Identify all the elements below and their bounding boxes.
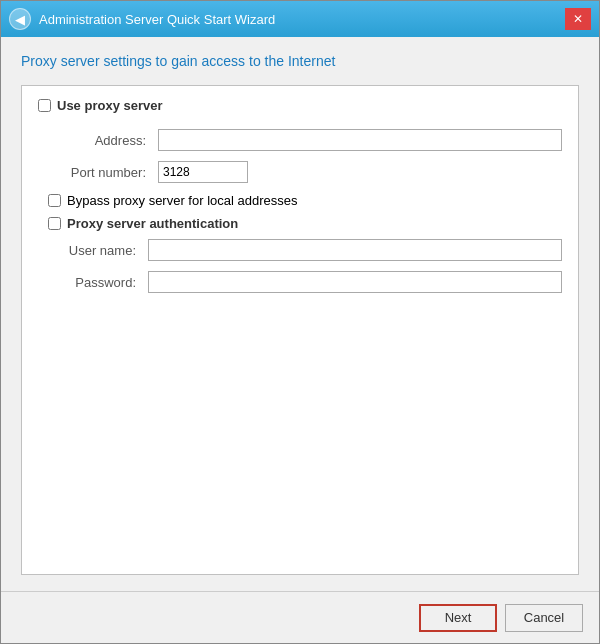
auth-checkbox[interactable] <box>48 217 61 230</box>
content-area: Proxy server settings to gain access to … <box>1 37 599 591</box>
bypass-checkbox[interactable] <box>48 194 61 207</box>
password-input[interactable] <box>148 271 562 293</box>
bypass-label: Bypass proxy server for local addresses <box>67 193 297 208</box>
address-label: Address: <box>38 133 158 148</box>
port-row: Port number: ▲ ▼ <box>38 161 562 183</box>
title-bar-left: ◀ Administration Server Quick Start Wiza… <box>9 8 275 30</box>
bypass-row: Bypass proxy server for local addresses <box>38 193 562 208</box>
port-label: Port number: <box>38 165 158 180</box>
settings-box: Use proxy server Address: Port number: ▲… <box>21 85 579 575</box>
footer: Next Cancel <box>1 591 599 643</box>
password-row: Password: <box>48 271 562 293</box>
page-title: Proxy server settings to gain access to … <box>21 53 579 69</box>
username-input[interactable] <box>148 239 562 261</box>
main-window: ◀ Administration Server Quick Start Wiza… <box>0 0 600 644</box>
port-spinner: ▲ ▼ <box>158 161 248 183</box>
address-input[interactable] <box>158 129 562 151</box>
back-button[interactable]: ◀ <box>9 8 31 30</box>
username-row: User name: <box>48 239 562 261</box>
auth-row: Proxy server authentication <box>38 216 562 231</box>
port-input[interactable] <box>159 162 248 182</box>
back-icon: ◀ <box>15 12 25 27</box>
password-label: Password: <box>48 275 148 290</box>
close-button[interactable]: ✕ <box>565 8 591 30</box>
cancel-button[interactable]: Cancel <box>505 604 583 632</box>
use-proxy-checkbox[interactable] <box>38 99 51 112</box>
credentials-section: User name: Password: <box>38 239 562 293</box>
window-title: Administration Server Quick Start Wizard <box>39 12 275 27</box>
use-proxy-row: Use proxy server <box>38 98 562 113</box>
use-proxy-label: Use proxy server <box>57 98 163 113</box>
next-button[interactable]: Next <box>419 604 497 632</box>
title-bar: ◀ Administration Server Quick Start Wiza… <box>1 1 599 37</box>
auth-label: Proxy server authentication <box>67 216 238 231</box>
username-label: User name: <box>48 243 148 258</box>
address-row: Address: <box>38 129 562 151</box>
